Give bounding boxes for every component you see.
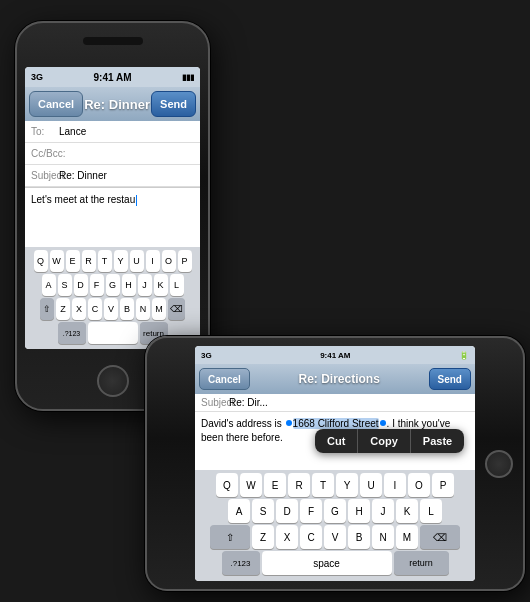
phone2-battery: 🔋 xyxy=(459,351,469,360)
phone2-compose-title: Re: Directions xyxy=(298,372,379,386)
key2-o[interactable]: O xyxy=(408,473,430,497)
phone1-email-body[interactable]: Let's meet at the restau xyxy=(25,188,200,212)
key-s[interactable]: S xyxy=(58,274,72,296)
key2-z[interactable]: Z xyxy=(252,525,274,549)
key2-delete[interactable]: ⌫ xyxy=(420,525,460,549)
key-x[interactable]: X xyxy=(72,298,86,320)
context-cut-button[interactable]: Cut xyxy=(315,429,358,453)
key-i[interactable]: I xyxy=(146,250,160,272)
key2-l[interactable]: L xyxy=(420,499,442,523)
key2-w[interactable]: W xyxy=(240,473,262,497)
key2-u[interactable]: U xyxy=(360,473,382,497)
key-m[interactable]: M xyxy=(152,298,166,320)
key2-r[interactable]: R xyxy=(288,473,310,497)
phone2-subject-value[interactable]: Re: Dir... xyxy=(229,397,469,408)
key-w[interactable]: W xyxy=(50,250,64,272)
phone2-kb-row4: .?123 space return xyxy=(197,551,473,575)
key2-d[interactable]: D xyxy=(276,499,298,523)
key2-c[interactable]: C xyxy=(300,525,322,549)
phone1-keyboard[interactable]: Q W E R T Y U I O P A S D F G H xyxy=(25,247,200,349)
key-l[interactable]: L xyxy=(170,274,184,296)
key2-shift[interactable]: ⇧ xyxy=(210,525,250,549)
phone2-compose-bar: Cancel Re: Directions Send Cut Copy Past… xyxy=(195,364,475,394)
key2-k[interactable]: K xyxy=(396,499,418,523)
key2-m[interactable]: M xyxy=(396,525,418,549)
phone2-device: 3G 9:41 AM 🔋 Cancel Re: Directions Send … xyxy=(145,336,525,591)
phone2-time: 9:41 AM xyxy=(320,351,350,360)
key-p[interactable]: P xyxy=(178,250,192,272)
key-y[interactable]: Y xyxy=(114,250,128,272)
phone1-compose-title: Re: Dinner xyxy=(84,97,150,112)
key-t[interactable]: T xyxy=(98,250,112,272)
phone2-kb-row3: ⇧ Z X C V B N M ⌫ xyxy=(197,525,473,549)
key-v[interactable]: V xyxy=(104,298,118,320)
key2-t[interactable]: T xyxy=(312,473,334,497)
phone2-signal: 3G xyxy=(201,351,212,360)
key-o[interactable]: O xyxy=(162,250,176,272)
key2-h[interactable]: H xyxy=(348,499,370,523)
key2-e[interactable]: E xyxy=(264,473,286,497)
phone1-home-button[interactable] xyxy=(97,365,129,397)
context-copy-button[interactable]: Copy xyxy=(358,429,411,453)
phone1-status-bar: 3G 9:41 AM ▮▮▮ xyxy=(25,67,200,87)
phone1-signal: 3G xyxy=(31,72,43,82)
phone2-cancel-button[interactable]: Cancel xyxy=(199,368,250,390)
context-menu: Cut Copy Paste xyxy=(315,429,464,453)
key2-q[interactable]: Q xyxy=(216,473,238,497)
key-num[interactable]: .?123 xyxy=(58,322,86,344)
key-z[interactable]: Z xyxy=(56,298,70,320)
key-shift[interactable]: ⇧ xyxy=(40,298,54,320)
context-paste-button[interactable]: Paste xyxy=(411,429,464,453)
key-j[interactable]: J xyxy=(138,274,152,296)
key-n[interactable]: N xyxy=(136,298,150,320)
key-b[interactable]: B xyxy=(120,298,134,320)
key-r[interactable]: R xyxy=(82,250,96,272)
phone2-home-button[interactable] xyxy=(485,450,513,478)
key-k[interactable]: K xyxy=(154,274,168,296)
key2-i[interactable]: I xyxy=(384,473,406,497)
key-f[interactable]: F xyxy=(90,274,104,296)
phone2-send-button[interactable]: Send xyxy=(429,368,471,390)
key-c[interactable]: C xyxy=(88,298,102,320)
key2-p[interactable]: P xyxy=(432,473,454,497)
key2-y[interactable]: Y xyxy=(336,473,358,497)
key2-v[interactable]: V xyxy=(324,525,346,549)
phone1-subject-label: Subject: xyxy=(31,170,59,181)
phone1-cancel-button[interactable]: Cancel xyxy=(29,91,83,117)
key2-space[interactable]: space xyxy=(262,551,392,575)
phone2-subject-row: Subject: Re: Dir... xyxy=(195,394,475,412)
phone2-keyboard[interactable]: Q W E R T Y U I O P A S D F G H xyxy=(195,470,475,581)
key-h[interactable]: H xyxy=(122,274,136,296)
key2-s[interactable]: S xyxy=(252,499,274,523)
key-d[interactable]: D xyxy=(74,274,88,296)
phone1-kb-row1: Q W E R T Y U I O P xyxy=(27,250,198,272)
phone1-to-value[interactable]: Lance xyxy=(59,126,194,137)
phone1-notch xyxy=(83,37,143,45)
key2-num[interactable]: .?123 xyxy=(222,551,260,575)
key2-f[interactable]: F xyxy=(300,499,322,523)
key2-g[interactable]: G xyxy=(324,499,346,523)
phone1-subject-value[interactable]: Re: Dinner xyxy=(59,170,194,181)
key-g[interactable]: G xyxy=(106,274,120,296)
key-q[interactable]: Q xyxy=(34,250,48,272)
key2-b[interactable]: B xyxy=(348,525,370,549)
phone1-email-fields: To: Lance Cc/Bcc: Subject: Re: Dinner xyxy=(25,121,200,188)
key2-return[interactable]: return xyxy=(394,551,449,575)
key2-j[interactable]: J xyxy=(372,499,394,523)
phone2-status-bar: 3G 9:41 AM 🔋 xyxy=(195,346,475,364)
phone1-cc-row: Cc/Bcc: xyxy=(25,143,200,165)
key-space[interactable] xyxy=(88,322,138,344)
phone1-battery: ▮▮▮ xyxy=(182,73,194,82)
key2-a[interactable]: A xyxy=(228,499,250,523)
key2-n[interactable]: N xyxy=(372,525,394,549)
selection-end-cursor xyxy=(380,420,386,426)
key-delete[interactable]: ⌫ xyxy=(168,298,185,320)
phone1-send-button[interactable]: Send xyxy=(151,91,196,117)
phone1-time: 9:41 AM xyxy=(94,72,132,83)
key2-x[interactable]: X xyxy=(276,525,298,549)
key-a[interactable]: A xyxy=(42,274,56,296)
phone2-screen: 3G 9:41 AM 🔋 Cancel Re: Directions Send … xyxy=(195,346,475,581)
key-e[interactable]: E xyxy=(66,250,80,272)
key-u[interactable]: U xyxy=(130,250,144,272)
phone1-cc-label: Cc/Bcc: xyxy=(31,148,59,159)
